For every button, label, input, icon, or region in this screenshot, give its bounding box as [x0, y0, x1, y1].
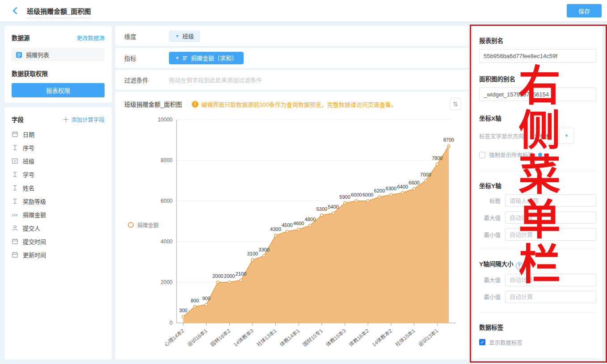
metric-tag[interactable]: ▼ 捐赠金额（求和） [169, 52, 244, 64]
dimension-tag-label: 班级 [182, 32, 194, 40]
plus-icon: ＋ [63, 116, 71, 123]
field-label: 奖励等级 [23, 197, 46, 205]
field-label: 姓名 [23, 184, 34, 192]
field-item[interactable]: 提交时间 [12, 234, 105, 248]
svg-text:社体15本1: 社体15本1 [394, 328, 416, 347]
svg-text:6400: 6400 [397, 184, 408, 189]
svg-text:6000: 6000 [160, 198, 173, 204]
y-title-label: 标题 [479, 197, 501, 205]
report-permission-button[interactable]: 报表权限 [12, 83, 105, 97]
svg-text:运训13本1: 运训13本1 [417, 328, 439, 347]
field-item[interactable]: 日期 [12, 127, 105, 141]
text-icon [12, 171, 18, 178]
filter-placeholder: 拖动左侧字段到此处来添加过滤条件 [169, 75, 262, 84]
y-max-label: 最大值 [479, 213, 501, 222]
change-datasource-link[interactable]: 更改数据源 [76, 33, 105, 42]
aggregate-icon [182, 55, 188, 61]
filter-row[interactable]: 过滤条件 拖动左侧字段到此处来添加过滤条件 [115, 70, 468, 90]
metric-row: 指标 ▼ 捐赠金额（求和） [115, 48, 468, 68]
svg-text:8000: 8000 [160, 157, 173, 163]
dimension-tag[interactable]: ▼ 班级 [169, 30, 200, 42]
top-bar: 班级捐赠金额_面积图 保存 [0, 0, 607, 21]
show-data-label-checkbox[interactable]: ✓ [479, 339, 485, 345]
legend-label: 捐赠金额 [137, 221, 159, 229]
field-item[interactable]: 奖励等级 [12, 194, 105, 208]
datasource-item-label: 捐赠列表 [26, 50, 49, 59]
dimension-label: 维度 [124, 32, 169, 41]
divider [479, 312, 596, 313]
field-item[interactable]: 姓名 [12, 181, 105, 194]
field-label: 序号 [23, 143, 34, 152]
chart-panel: 班级捐赠金额_面积图 ! 编辑界面只取数据源前200条作为查询数据预览，完整数据… [115, 92, 468, 360]
svg-text:6000: 6000 [363, 192, 373, 197]
sort-button[interactable]: ⇅ [450, 98, 461, 110]
chevron-down-icon: ▼ [175, 56, 179, 60]
svg-text:4500: 4500 [282, 222, 292, 228]
svg-text:体教15本3: 体教15本3 [325, 328, 346, 347]
save-button[interactable]: 保存 [567, 4, 602, 17]
add-calc-field-link[interactable]: ＋ 添加计算字段 [63, 114, 105, 124]
svg-text:3100: 3100 [247, 251, 258, 256]
warning-icon: ! [192, 101, 198, 108]
field-item[interactable]: 班级 [12, 154, 105, 167]
svg-text:300: 300 [179, 308, 187, 313]
data-label-title: 数据标签 [479, 322, 596, 331]
select-icon [12, 158, 18, 164]
y-axis-title: 坐标Y轴 [479, 181, 596, 190]
page-title: 班级捐赠金额_面积图 [27, 6, 91, 18]
field-label: 提交人 [23, 224, 40, 232]
svg-text:园林16本2: 园林16本2 [209, 328, 231, 347]
text-icon [12, 198, 18, 205]
text-icon [12, 184, 18, 191]
y-min-input[interactable] [505, 228, 596, 241]
metric-label: 指标 [124, 54, 169, 63]
interval-min-label: 最小值 [479, 293, 501, 301]
svg-text:运训16本1: 运训16本1 [186, 328, 208, 347]
field-label: 更新时间 [23, 251, 46, 259]
number-icon: 123 [12, 211, 18, 218]
question-icon[interactable]: ? [516, 262, 523, 269]
label-direction-select[interactable]: 左倾斜 ▼ [527, 128, 574, 144]
calendar-icon [12, 251, 18, 258]
svg-text:5400: 5400 [328, 204, 338, 209]
y-interval-title: Y轴间隔大小? [479, 259, 596, 269]
fields-title: 字段 [12, 115, 24, 124]
field-item[interactable]: 123捐赠金额 [12, 208, 105, 221]
field-item[interactable]: 序号 [12, 141, 105, 154]
datasource-panel: 数据源 更改数据源 捐赠列表 数据获取权限 报表权限 [4, 26, 112, 103]
interval-max-label: 最大值 [479, 276, 501, 284]
interval-max-input[interactable] [505, 274, 596, 286]
back-icon[interactable] [12, 7, 19, 15]
svg-text:900: 900 [202, 296, 210, 301]
divider [479, 249, 596, 249]
svg-text:2100: 2100 [236, 271, 246, 276]
svg-text:14体教本2: 14体教本2 [371, 328, 393, 347]
x-axis-title: 坐标X轴 [479, 113, 596, 122]
svg-text:4000: 4000 [160, 238, 173, 245]
svg-text:国财15专1: 国财15专1 [302, 328, 324, 347]
warning-text: 编辑界面只取数据源前200条作为查询数据预览，完整数据请访问页面查看。 [201, 100, 397, 109]
svg-text:4800: 4800 [305, 217, 316, 222]
interval-min-input[interactable] [505, 291, 596, 303]
datasource-item[interactable]: 捐赠列表 [12, 48, 105, 61]
field-label: 学号 [23, 170, 34, 179]
chart-title: 班级捐赠金额_面积图 [124, 100, 182, 109]
svg-text:123: 123 [12, 213, 18, 217]
widget-alias-input[interactable] [479, 88, 596, 101]
fields-panel: 字段 ＋ 添加计算字段 日期序号班级学号姓名奖励等级123捐赠金额提交人提交时间… [4, 107, 112, 360]
svg-text:7800: 7800 [432, 155, 443, 161]
field-item[interactable]: 提交人 [12, 221, 105, 234]
field-item[interactable]: 学号 [12, 167, 105, 181]
svg-text:5300: 5300 [316, 206, 327, 212]
settings-panel: 报表别名 面积图的别名 坐标X轴 标签文字显示方向 左倾斜 ▼ 强制显示所有标签… [473, 26, 603, 360]
info-icon[interactable] [538, 153, 542, 157]
y-max-input[interactable] [505, 211, 596, 224]
field-item[interactable]: 更新时间 [12, 248, 105, 261]
report-alias-input[interactable] [479, 49, 596, 63]
legend-item[interactable]: 捐赠金额 [128, 221, 159, 229]
preview-warning: ! 编辑界面只取数据源前200条作为查询数据预览，完整数据请访问页面查看。 [192, 100, 450, 109]
y-title-input[interactable] [505, 194, 596, 207]
force-labels-checkbox[interactable] [479, 152, 485, 158]
svg-text:4600: 4600 [293, 221, 304, 226]
chevron-down-icon: ▼ [175, 34, 179, 38]
